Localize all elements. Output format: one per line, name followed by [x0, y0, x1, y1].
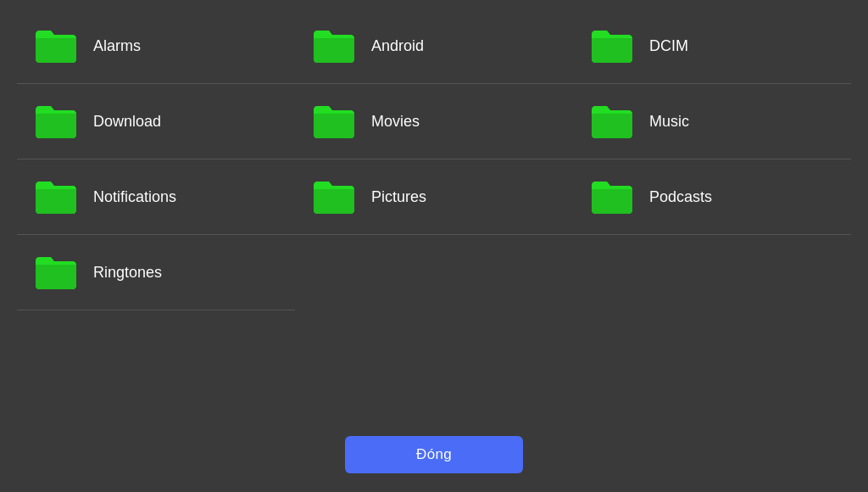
folder-icon-podcasts: [590, 178, 634, 215]
folder-icon-dcim: [590, 27, 634, 64]
folder-icon-android: [312, 27, 356, 64]
folder-label-alarms: Alarms: [93, 37, 141, 55]
folder-item-notifications[interactable]: Notifications: [17, 159, 295, 235]
folder-item-download[interactable]: Download: [17, 84, 295, 159]
content-area: Alarms Android DCIM: [0, 0, 868, 421]
folder-label-podcasts: Podcasts: [649, 188, 712, 206]
folder-item-dcim[interactable]: DCIM: [573, 8, 851, 84]
folder-icon-movies: [312, 103, 356, 140]
folder-grid: Alarms Android DCIM: [17, 8, 851, 310]
folder-icon-pictures: [312, 178, 356, 215]
folder-item-music[interactable]: Music: [573, 84, 851, 159]
folder-label-dcim: DCIM: [649, 37, 688, 55]
folder-item-podcasts[interactable]: Podcasts: [573, 159, 851, 235]
folder-label-pictures: Pictures: [371, 188, 426, 206]
close-button[interactable]: Đóng: [345, 436, 523, 473]
folder-icon-alarms: [34, 27, 78, 64]
folder-label-ringtones: Ringtones: [93, 264, 162, 282]
folder-icon-download: [34, 103, 78, 140]
folder-icon-ringtones: [34, 254, 78, 291]
folder-item-pictures[interactable]: Pictures: [295, 159, 573, 235]
folder-item-ringtones[interactable]: Ringtones: [17, 235, 295, 310]
folder-item-android[interactable]: Android: [295, 8, 573, 84]
folder-icon-notifications: [34, 178, 78, 215]
folder-item-alarms[interactable]: Alarms: [17, 8, 295, 84]
folder-label-android: Android: [371, 37, 424, 55]
folder-icon-music: [590, 103, 634, 140]
bottom-bar: Đóng: [0, 421, 868, 492]
folder-label-notifications: Notifications: [93, 188, 176, 206]
folder-label-music: Music: [649, 113, 689, 131]
folder-label-movies: Movies: [371, 113, 420, 131]
folder-label-download: Download: [93, 113, 161, 131]
folder-item-movies[interactable]: Movies: [295, 84, 573, 159]
